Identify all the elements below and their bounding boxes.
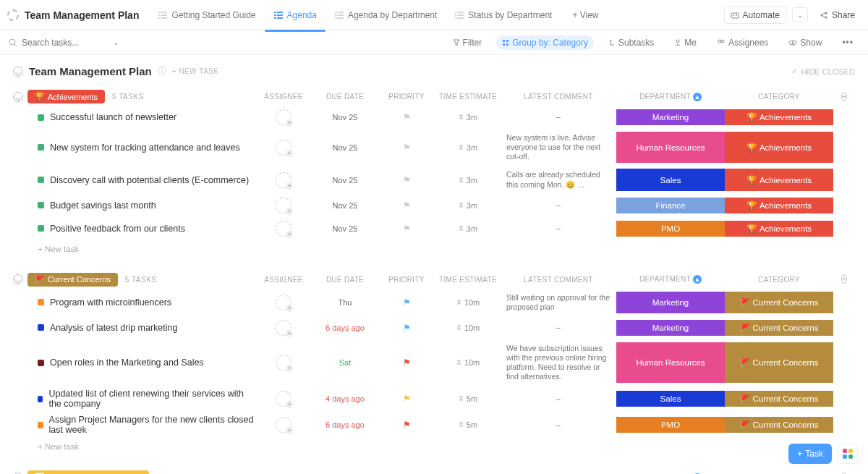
task-name[interactable]: Budget savings last month	[50, 200, 156, 211]
automate-dropdown[interactable]: ⌄	[792, 7, 808, 22]
due-date-cell[interactable]: Nov 25	[312, 224, 378, 233]
priority-flag-icon[interactable]: ⚑	[403, 224, 411, 234]
priority-flag-icon[interactable]: ⚑	[403, 112, 411, 122]
department-tag[interactable]: Marketing	[616, 320, 725, 336]
category-tag[interactable]: 🚩 Current Concerns	[725, 292, 833, 313]
assignee-avatar[interactable]	[276, 172, 292, 188]
task-row[interactable]: Successful launch of newsletter Nov 25 ⚑…	[13, 106, 855, 129]
search-wrap[interactable]: ⌄	[9, 38, 153, 48]
task-row[interactable]: Positive feedback from our clients Nov 2…	[13, 217, 855, 240]
category-tag[interactable]: 🚩 Current Concerns	[725, 417, 833, 433]
department-tag[interactable]: Finance	[616, 198, 725, 213]
task-name[interactable]: Successful launch of newsletter	[50, 112, 176, 122]
apps-button[interactable]	[838, 444, 858, 464]
status-bullet[interactable]	[38, 299, 44, 305]
task-name[interactable]: New system for tracking attendance and l…	[50, 143, 240, 153]
assignee-avatar[interactable]	[276, 140, 292, 156]
time-estimate-cell[interactable]: ⧗3m	[435, 224, 501, 233]
new-task-header-button[interactable]: + NEW TASK	[172, 67, 219, 75]
task-name[interactable]: Discovery call with potential clients (E…	[50, 175, 249, 185]
automate-button[interactable]: Automate	[724, 7, 786, 24]
hide-closed-button[interactable]: ✓ HIDE CLOSED	[791, 67, 855, 76]
category-tag[interactable]: 🏆 Achievements	[725, 109, 833, 125]
sort-indicator[interactable]: ▲	[693, 93, 702, 101]
priority-flag-icon[interactable]: ⚑	[403, 394, 411, 404]
assignee-avatar[interactable]	[276, 355, 292, 371]
due-date-cell[interactable]: Nov 25	[312, 201, 378, 210]
priority-flag-icon[interactable]: ⚑	[403, 420, 411, 430]
time-estimate-cell[interactable]: ⧗10m	[435, 298, 501, 307]
collapse-all-icon[interactable]	[13, 67, 23, 77]
share-button[interactable]: Share	[814, 7, 861, 23]
category-tag[interactable]: 🏆 Achievements	[725, 169, 833, 190]
due-date-cell[interactable]: Nov 25	[312, 143, 378, 152]
task-row[interactable]: Assign Project Managers for the new clie…	[13, 412, 855, 438]
collapse-group-icon[interactable]	[13, 92, 23, 102]
assignee-avatar[interactable]	[276, 198, 292, 213]
view-tab-status-by-department[interactable]: Status by Department	[446, 4, 561, 26]
status-bullet[interactable]	[38, 422, 43, 428]
view-tab-agenda[interactable]: Agenda	[265, 4, 326, 26]
due-date-cell[interactable]: 6 days ago	[312, 420, 378, 429]
doc-title[interactable]: Team Management Plan	[25, 9, 139, 21]
status-bullet[interactable]	[38, 144, 44, 151]
time-estimate-cell[interactable]: ⧗5m	[435, 420, 501, 429]
group-chip[interactable]: 🚩Current Concerns	[27, 273, 118, 287]
status-bullet[interactable]	[38, 114, 44, 121]
department-tag[interactable]: Marketing	[616, 109, 725, 125]
department-tag[interactable]: Human Resources	[616, 342, 725, 384]
due-date-cell[interactable]: Sat	[312, 358, 378, 367]
due-date-cell[interactable]: Nov 25	[312, 113, 378, 122]
priority-flag-icon[interactable]: ⚑	[403, 297, 411, 308]
category-tag[interactable]: 🏆 Achievements	[725, 198, 833, 213]
due-date-cell[interactable]: 4 days ago	[312, 394, 378, 403]
task-name[interactable]: Assign Project Managers for the new clie…	[49, 415, 255, 435]
assignee-avatar[interactable]	[276, 320, 292, 336]
priority-flag-icon[interactable]: ⚑	[403, 323, 411, 333]
status-bullet[interactable]	[38, 225, 44, 232]
department-tag[interactable]: PMO	[616, 417, 725, 433]
priority-flag-icon[interactable]: ⚑	[403, 143, 411, 153]
assignee-avatar[interactable]	[276, 295, 292, 310]
status-bullet[interactable]	[38, 360, 44, 366]
info-icon[interactable]: ⓘ	[158, 65, 166, 77]
priority-flag-icon[interactable]: ⚑	[403, 200, 411, 211]
view-tab-getting-started-guide[interactable]: Getting Started Guide	[149, 4, 264, 26]
more-button[interactable]: •••	[836, 35, 859, 50]
subtasks-button[interactable]: Subtasks	[603, 35, 660, 50]
task-name[interactable]: Updated list of client renewing their se…	[48, 389, 255, 409]
task-row[interactable]: Program with microinfluencers Thu ⚑ ⧗10m…	[13, 289, 855, 316]
group-by-button[interactable]: Group by: Category	[496, 35, 594, 50]
category-tag[interactable]: 🏆 Achievements	[725, 132, 833, 163]
me-button[interactable]: Me	[668, 35, 702, 50]
add-view-button[interactable]: + View	[563, 4, 607, 26]
sort-indicator[interactable]: ▲	[693, 275, 702, 284]
status-bullet[interactable]	[38, 202, 44, 208]
filter-button[interactable]: Filter	[447, 35, 488, 50]
category-tag[interactable]: 🏆 Achievements	[725, 221, 833, 237]
category-tag[interactable]: 🚩 Current Concerns	[725, 320, 833, 336]
department-tag[interactable]: PMO	[616, 221, 725, 237]
chevron-down-icon[interactable]: ⌄	[113, 38, 119, 46]
department-tag[interactable]: Sales	[616, 391, 725, 407]
category-tag[interactable]: 🚩 Current Concerns	[725, 342, 833, 384]
time-estimate-cell[interactable]: ⧗10m	[435, 323, 501, 332]
assignees-button[interactable]: Assignees	[711, 35, 774, 50]
priority-flag-icon[interactable]: ⚑	[403, 175, 411, 185]
time-estimate-cell[interactable]: ⧗10m	[435, 358, 501, 367]
department-tag[interactable]: Human Resources	[616, 132, 725, 163]
due-date-cell[interactable]: 6 days ago	[312, 323, 378, 332]
category-tag[interactable]: 🚩 Current Concerns	[725, 391, 833, 407]
time-estimate-cell[interactable]: ⧗5m	[435, 394, 501, 403]
task-name[interactable]: Analysis of latest drip marketing	[50, 323, 177, 333]
time-estimate-cell[interactable]: ⧗3m	[435, 143, 501, 152]
priority-flag-icon[interactable]: ⚑	[403, 357, 411, 368]
task-name[interactable]: Open roles in the Marketing and Sales	[50, 357, 204, 368]
task-name[interactable]: Positive feedback from our clients	[50, 224, 185, 234]
task-row[interactable]: New system for tracking attendance and l…	[13, 129, 855, 166]
due-date-cell[interactable]: Thu	[312, 298, 378, 307]
assignee-avatar[interactable]	[276, 391, 292, 407]
assignee-avatar[interactable]	[276, 109, 292, 125]
add-column-button[interactable]: +	[841, 92, 847, 101]
collapse-group-icon[interactable]	[13, 274, 23, 284]
